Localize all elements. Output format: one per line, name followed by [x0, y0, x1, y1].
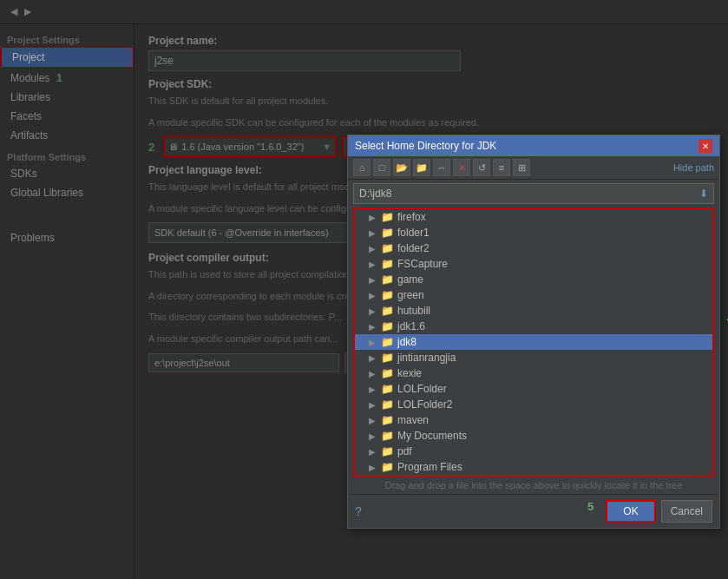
folder-icon: 📁: [381, 211, 394, 223]
tree-item-label: folder2: [397, 242, 430, 254]
folder-icon: 📁: [381, 305, 394, 317]
expand-icon[interactable]: ↔: [433, 159, 450, 176]
tree-arrow: ▶: [369, 447, 377, 457]
tree-item-game[interactable]: ▶ 📁 game: [355, 272, 712, 287]
tree-item-green[interactable]: ▶ 📁 green: [355, 287, 712, 303]
path-bar: D:\jdk8 ⬇: [353, 183, 714, 204]
tree-item-maven[interactable]: ▶ 📁 maven: [355, 412, 712, 428]
tree-arrow: ▶: [369, 244, 377, 253]
tree-arrow: ▶: [369, 431, 377, 441]
tree-view-icon[interactable]: ≡: [493, 159, 510, 176]
folder-new-icon[interactable]: 📁: [413, 159, 430, 176]
dialog-toolbar: ⌂ □ 📂 📁 ↔ ✕ ↺ ≡ ⊞ Hide path: [348, 156, 719, 180]
folder-icon: 📁: [381, 430, 394, 442]
tree-arrow: ▶: [369, 400, 377, 410]
tree-arrow: ▶: [369, 260, 377, 269]
tree-item-pdf[interactable]: ▶ 📁 pdf: [355, 444, 712, 459]
dialog-close-button[interactable]: ✕: [698, 139, 712, 153]
tree-arrow: ▶: [369, 416, 377, 425]
folder-icon: 📁: [381, 398, 394, 411]
tree-item-label: FSCapture: [397, 258, 448, 270]
tree-item-label: green: [397, 289, 424, 301]
home-icon[interactable]: ⌂: [353, 159, 371, 176]
folder-icon: 📁: [381, 336, 394, 348]
tree-item-label: game: [397, 273, 423, 286]
tree-arrow: ▶: [369, 385, 377, 394]
tree-item-folder2[interactable]: ▶ 📁 folder2: [355, 240, 712, 256]
annotation-5: 5: [587, 500, 594, 523]
tree-item-label: firefox: [397, 211, 426, 223]
ok-button[interactable]: OK: [606, 500, 655, 523]
tree-arrow: ▶: [369, 322, 377, 332]
folder-icon: 📁: [381, 445, 394, 457]
tree-item-firefox[interactable]: ▶ 📁 firefox: [355, 209, 712, 225]
tree-item-label: pdf: [397, 445, 412, 457]
ide-window: ◀ ▶ Project Settings Project Modules 1 L…: [0, 0, 728, 579]
tree2-view-icon[interactable]: ⊞: [513, 159, 530, 176]
tree-item-kexie[interactable]: ▶ 📁 kexie: [355, 365, 712, 381]
folder-up-icon[interactable]: □: [373, 159, 390, 176]
tree-item-hutubill[interactable]: ▶ 📁 hutubill: [355, 303, 712, 319]
folder-icon: 📁: [381, 289, 394, 301]
tree-arrow: ▶: [369, 369, 377, 378]
tree-arrow: ▶: [369, 338, 377, 347]
tree-item-label: LOLFolder2: [397, 398, 452, 411]
folder-icon: 📁: [381, 227, 394, 239]
drag-hint: Drag and drop a file into the space abov…: [348, 477, 719, 494]
file-tree-container: 4 ▶ 📁 firefox ▶ 📁 folder1 ▶ 📁 folder2: [348, 207, 719, 477]
tree-item-jdk16[interactable]: ▶ 📁 jdk1.6: [355, 319, 712, 334]
tree-item-mydocuments[interactable]: ▶ 📁 My Documents: [355, 428, 712, 444]
delete-icon[interactable]: ✕: [453, 159, 470, 176]
tree-item-folder1[interactable]: ▶ 📁 folder1: [355, 225, 712, 240]
dialog-footer: ? 5 OK Cancel: [348, 494, 719, 528]
tree-item-jintianrangjia[interactable]: ▶ 📁 jintianrangjia: [355, 350, 712, 365]
dialog-title: Select Home Directory for JDK: [355, 140, 496, 152]
tree-item-label: My Documents: [397, 430, 467, 442]
hide-path-link[interactable]: Hide path: [673, 162, 714, 173]
folder-icon: 📁: [381, 367, 394, 379]
path-download-icon: ⬇: [699, 188, 708, 200]
path-value: D:\jdk8: [359, 188, 391, 200]
tree-arrow: ▶: [369, 213, 377, 222]
folder-open-icon[interactable]: 📂: [393, 159, 410, 176]
dialog-buttons: 5 OK Cancel: [587, 500, 712, 523]
folder-icon: 📁: [381, 383, 394, 395]
tree-arrow: ▶: [369, 463, 377, 472]
tree-arrow: ▶: [369, 306, 377, 316]
folder-icon: 📁: [381, 461, 394, 473]
tree-item-label: maven: [397, 414, 429, 426]
file-tree[interactable]: ▶ 📁 firefox ▶ 📁 folder1 ▶ 📁 folder2 ▶ 📁: [353, 207, 714, 477]
tree-item-label: Program Files: [397, 461, 462, 473]
folder-icon: 📁: [381, 352, 394, 364]
tree-item-programfiles[interactable]: ▶ 📁 Program Files: [355, 459, 712, 475]
tree-item-jdk8[interactable]: ▶ 📁 jdk8: [355, 334, 712, 350]
tree-item-fscapture[interactable]: ▶ 📁 FSCapture: [355, 256, 712, 272]
folder-icon: 📁: [381, 258, 394, 270]
tree-item-label: hutubill: [397, 305, 430, 317]
tree-arrow: ▶: [369, 353, 377, 363]
cancel-button[interactable]: Cancel: [661, 500, 712, 523]
refresh-icon[interactable]: ↺: [473, 159, 490, 176]
tree-item-label: jintianrangjia: [397, 352, 456, 364]
help-icon[interactable]: ?: [355, 504, 362, 518]
folder-icon: 📁: [381, 414, 394, 426]
folder-icon: 📁: [381, 273, 394, 286]
folder-icon: 📁: [381, 242, 394, 254]
tree-item-lolfolder2[interactable]: ▶ 📁 LOLFolder2: [355, 397, 712, 412]
folder-icon: 📁: [381, 320, 394, 332]
tree-arrow: ▶: [369, 275, 377, 285]
tree-item-label: jdk1.6: [397, 320, 425, 332]
tree-item-label: jdk8: [397, 336, 416, 348]
tree-arrow: ▶: [369, 291, 377, 300]
tree-item-lolfolder[interactable]: ▶ 📁 LOLFolder: [355, 381, 712, 397]
tree-item-label: kexie: [397, 367, 422, 379]
tree-item-label: LOLFolder: [397, 383, 447, 395]
tree-item-label: folder1: [397, 227, 430, 239]
jdk-directory-dialog: Select Home Directory for JDK ✕ ⌂ □ 📂 📁 …: [347, 135, 720, 529]
tree-arrow: ▶: [369, 228, 377, 238]
dialog-titlebar: Select Home Directory for JDK ✕: [348, 135, 719, 156]
